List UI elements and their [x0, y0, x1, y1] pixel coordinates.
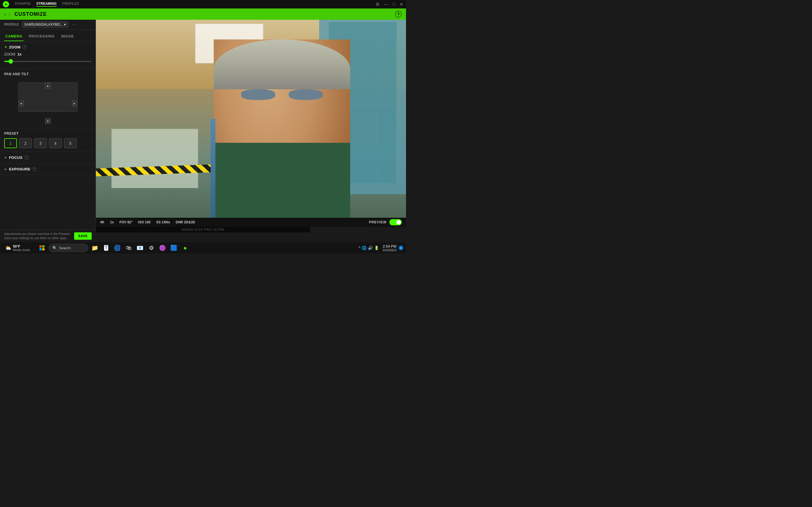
profile-dropdown[interactable]: SAMSUNGGALAXYBO... ▾ — [22, 21, 68, 27]
device-name-bar: RAZER KIYO PRO ULTRA — [96, 227, 310, 232]
tab-image[interactable]: IMAGE — [60, 32, 75, 41]
preview-toggle: PREVIEW — [369, 219, 402, 225]
exposure-help-icon[interactable]: ? — [32, 167, 37, 171]
search-icon: 🔍 — [52, 246, 57, 250]
taskbar-clock[interactable]: 2:54 PM 3/10/2023 — [383, 244, 396, 252]
taskbar-weather: ⛅ 50°F Mostly cloudy — [3, 244, 33, 251]
pan-tilt-label: PAN AND TILT — [4, 72, 91, 76]
system-tray: ^ 🌐 🔊 🔋 — [357, 245, 380, 250]
zoom-slider[interactable] — [4, 61, 91, 62]
nav-synapse[interactable]: SYNAPSE — [15, 2, 31, 7]
focus-section: ► FOCUS ? — [0, 152, 96, 163]
status-zoom: 1x — [110, 220, 114, 224]
camera-preview — [96, 20, 406, 218]
zoom-help-icon[interactable]: ? — [22, 45, 27, 49]
preset-btn-5[interactable]: 5 — [64, 138, 77, 148]
status-shutter: SS 1/60s — [156, 220, 170, 224]
header-bar: ‹ › CUSTOMIZE ? — [0, 8, 406, 20]
store-icon: 🛍 — [126, 245, 132, 251]
taskbar-search[interactable]: 🔍 Search — [49, 244, 88, 252]
weather-temp: 50°F — [13, 244, 30, 248]
taskbar-razer-green[interactable]: ● — [181, 243, 190, 252]
tab-bar: CAMERA PROCESSING IMAGE — [0, 30, 96, 41]
nav-streaming[interactable]: STREAMING — [36, 2, 57, 7]
pan-right-button[interactable]: ► — [72, 101, 78, 106]
search-text: Search — [59, 246, 71, 250]
preset-btn-1[interactable]: 1 — [4, 138, 17, 148]
exposure-header[interactable]: ► EXPOSURE ? — [4, 167, 91, 171]
minimize-button[interactable]: — — [384, 2, 388, 7]
taskbar-store[interactable]: 🛍 — [124, 243, 133, 252]
windows-logo-icon — [40, 245, 45, 250]
taskbar-app-teal[interactable]: 🟦 — [169, 243, 179, 252]
notification-badge[interactable]: 1 — [399, 245, 403, 250]
purple-app-icon: 🟣 — [159, 244, 166, 251]
pan-left-button[interactable]: ◄ — [18, 101, 24, 106]
zoom-section: ▼ ZOOM ? ZOOM 1x — [0, 41, 96, 69]
pan-down-button[interactable]: ▼ — [45, 118, 51, 124]
sidebar: PROFILE SAMSUNGGALAXYBO... ▾ ··· CAMERA … — [0, 20, 96, 232]
preview-label: PREVIEW — [369, 220, 387, 224]
pan-tilt-control: ▲ ▼ ◄ ► — [11, 82, 85, 124]
title-bar: ● SYNAPSE STREAMING PROFILES ⚙ — □ ✕ — [0, 0, 406, 8]
more-button[interactable]: ··· — [72, 22, 76, 27]
page-title: CUSTOMIZE — [14, 11, 47, 17]
taskbar-email[interactable]: 📧 — [136, 243, 145, 252]
zoom-label: ZOOM — [4, 52, 15, 56]
preset-btn-2[interactable]: 2 — [19, 138, 32, 148]
preset-btn-4[interactable]: 4 — [49, 138, 62, 148]
volume-icon[interactable]: 🔊 — [368, 245, 373, 250]
pan-tilt-section: PAN AND TILT ▲ ▼ ◄ ► — [0, 69, 96, 128]
tab-processing[interactable]: PROCESSING — [28, 32, 56, 41]
status-fov: FOV 82° — [119, 220, 133, 224]
forward-arrow[interactable]: › — [8, 11, 10, 17]
preset-btn-3[interactable]: 3 — [34, 138, 47, 148]
weather-icon: ⛅ — [5, 245, 11, 251]
focus-header[interactable]: ► FOCUS ? — [4, 155, 91, 160]
maximize-button[interactable]: □ — [393, 2, 395, 7]
battery-icon[interactable]: 🔋 — [374, 245, 379, 250]
right-content: 4K 1x FOV 82° ISO 100 SS 1/60s DNR 2D&3D… — [96, 20, 406, 232]
edge-icon: 🌀 — [114, 244, 121, 251]
taskbar-file-explorer[interactable]: 📁 — [91, 243, 100, 252]
teams-icon: T — [104, 245, 109, 251]
chevron-up-icon[interactable]: ^ — [358, 245, 360, 250]
preset-label: PRESET — [4, 131, 91, 135]
nav-profiles[interactable]: PROFILES — [62, 2, 79, 7]
back-arrow[interactable]: ‹ — [4, 11, 6, 17]
pan-up-button[interactable]: ▲ — [45, 83, 51, 89]
focus-chevron-icon: ► — [4, 156, 7, 159]
notification-bar: Adjustments are shown real-time in the P… — [0, 230, 96, 232]
help-button[interactable]: ? — [395, 11, 402, 17]
email-icon: 📧 — [137, 244, 144, 251]
teal-app-icon: 🟦 — [170, 244, 177, 251]
focus-help-icon[interactable]: ? — [24, 155, 29, 160]
status-bar: 4K 1x FOV 82° ISO 100 SS 1/60s DNR 2D&3D… — [96, 218, 406, 227]
taskbar-edge[interactable]: 🌀 — [113, 243, 122, 252]
preset-section: PRESET 1 2 3 4 5 — [0, 128, 96, 152]
app-logo: ● — [3, 1, 9, 7]
preview-toggle-switch[interactable] — [389, 219, 402, 225]
zoom-value: 1x — [17, 52, 21, 56]
taskbar-app-purple[interactable]: 🟣 — [158, 243, 167, 252]
taskbar: ⛅ 50°F Mostly cloudy 🔍 Search 📁 T 🌀 — [0, 242, 406, 253]
taskbar-right: ^ 🌐 🔊 🔋 2:54 PM 3/10/2023 1 — [357, 244, 403, 252]
status-resolution: 4K — [100, 220, 104, 224]
zoom-title: ZOOM — [9, 45, 20, 49]
weather-desc: Mostly cloudy — [13, 248, 30, 251]
status-iso: ISO 100 — [138, 220, 151, 224]
profile-label: PROFILE — [4, 22, 19, 26]
settings-app-icon: ⚙ — [149, 244, 154, 251]
exposure-title: EXPOSURE — [9, 167, 31, 171]
settings-icon[interactable]: ⚙ — [375, 2, 379, 7]
zoom-header[interactable]: ▼ ZOOM ? — [4, 45, 91, 49]
content-area: PROFILE SAMSUNGGALAXYBO... ▾ ··· CAMERA … — [0, 20, 406, 232]
date-display: 3/10/2023 — [383, 248, 396, 252]
start-button[interactable] — [38, 243, 47, 252]
profile-bar: PROFILE SAMSUNGGALAXYBO... ▾ ··· — [0, 20, 96, 30]
taskbar-teams[interactable]: T — [102, 243, 111, 252]
taskbar-settings-app[interactable]: ⚙ — [147, 243, 156, 252]
network-icon[interactable]: 🌐 — [362, 245, 366, 250]
tab-camera[interactable]: CAMERA — [4, 32, 23, 41]
close-button[interactable]: ✕ — [400, 2, 403, 7]
